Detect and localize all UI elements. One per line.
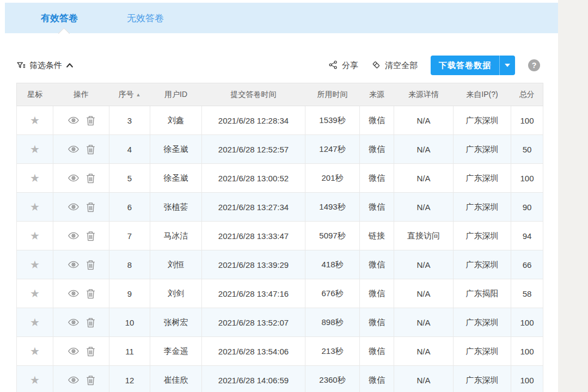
sequence-cell: 10 [109, 308, 150, 337]
table-row: ★8刘恒2021/6/28 13:39:29418秒微信N/A广东深圳66 [17, 250, 543, 279]
star-icon[interactable]: ★ [30, 374, 40, 386]
download-answers-button[interactable]: 下载答卷数据 [431, 56, 499, 75]
view-eye-icon[interactable] [68, 260, 79, 270]
source-cell: 微信 [360, 337, 394, 366]
ip-location-cell: 广东深圳 [454, 164, 511, 193]
view-eye-icon[interactable] [68, 317, 79, 327]
clear-all-label: 清空全部 [385, 60, 418, 71]
delete-trash-icon[interactable] [86, 202, 95, 212]
delete-trash-icon[interactable] [86, 375, 95, 385]
view-eye-icon[interactable] [68, 375, 79, 385]
sequence-cell: 11 [109, 337, 150, 366]
view-eye-icon[interactable] [68, 173, 79, 183]
sequence-cell: 12 [109, 366, 150, 392]
actions-cell [53, 337, 109, 366]
duration-cell: 898秒 [305, 308, 360, 337]
delete-trash-icon[interactable] [86, 317, 95, 328]
star-icon[interactable]: ★ [30, 201, 40, 213]
delete-trash-icon[interactable] [86, 115, 95, 126]
user-id-cell: 刘剑 [150, 279, 202, 308]
user-id-cell: 刘恒 [150, 250, 202, 279]
view-eye-icon[interactable] [68, 289, 79, 298]
filter-conditions-toggle[interactable]: 筛选条件 [16, 60, 74, 71]
star-icon[interactable]: ★ [30, 259, 40, 271]
score-cell: 100 [511, 366, 543, 392]
tab-valid-responses[interactable]: 有效答卷 [41, 12, 78, 24]
actions-cell [53, 366, 109, 392]
actions-cell [53, 193, 109, 222]
view-eye-icon[interactable] [68, 115, 79, 125]
share-button[interactable]: 分享 [328, 60, 358, 71]
star-icon[interactable]: ★ [30, 172, 40, 184]
star-cell: ★ [17, 308, 53, 337]
star-cell: ★ [17, 337, 53, 366]
table-row: ★6张植荟2021/6/28 13:27:341493秒微信N/A广东深圳90 [17, 193, 543, 222]
star-icon[interactable]: ★ [30, 230, 40, 242]
source-detail-cell: N/A [394, 250, 454, 279]
source-cell: 微信 [360, 366, 394, 392]
source-detail-cell: N/A [394, 164, 454, 193]
duration-cell: 418秒 [305, 250, 360, 279]
help-button[interactable]: ? [528, 59, 540, 71]
source-cell: 微信 [360, 308, 394, 337]
sequence-cell: 7 [109, 222, 150, 250]
user-id-cell: 徐圣崴 [150, 135, 202, 164]
submit-time-cell: 2021/6/28 13:54:06 [202, 337, 305, 366]
sequence-cell: 5 [109, 164, 150, 193]
star-icon[interactable]: ★ [30, 143, 40, 155]
responses-table: 星标操作序号▲用户ID提交答卷时间所用时间来源来源详情来自IP(?)总分 ★3刘… [16, 83, 543, 392]
ip-location-cell: 广东揭阳 [454, 279, 511, 308]
column-header-6: 来源 [360, 83, 394, 106]
delete-trash-icon[interactable] [86, 346, 95, 357]
submit-time-cell: 2021/6/28 13:47:16 [202, 279, 305, 308]
view-eye-icon[interactable] [68, 202, 79, 212]
table-row: ★3刘鑫2021/6/28 12:28:341539秒微信N/A广东深圳100 [17, 106, 543, 135]
column-header-5: 所用时间 [305, 83, 360, 106]
view-eye-icon[interactable] [68, 144, 79, 154]
source-cell: 微信 [360, 250, 394, 279]
table-row: ★9刘剑2021/6/28 13:47:16676秒微信N/A广东揭阳58 [17, 279, 543, 308]
delete-trash-icon[interactable] [86, 173, 95, 183]
user-id-cell: 崔佳欣 [150, 366, 202, 392]
column-header-2[interactable]: 序号▲ [109, 83, 150, 106]
source-detail-cell: N/A [394, 106, 454, 135]
ip-location-cell: 广东深圳 [454, 366, 511, 392]
clear-all-button[interactable]: 清空全部 [371, 60, 418, 71]
delete-trash-icon[interactable] [86, 289, 95, 299]
delete-trash-icon[interactable] [86, 144, 95, 155]
sequence-cell: 4 [109, 135, 150, 164]
actions-cell [53, 279, 109, 308]
star-cell: ★ [17, 366, 53, 392]
star-cell: ★ [17, 222, 53, 250]
share-label: 分享 [342, 60, 358, 71]
view-eye-icon[interactable] [68, 231, 79, 241]
delete-trash-icon[interactable] [86, 260, 95, 270]
duration-cell: 5097秒 [305, 222, 360, 250]
star-icon[interactable]: ★ [30, 316, 40, 328]
user-id-cell: 李金遥 [150, 337, 202, 366]
source-detail-cell: N/A [394, 193, 454, 222]
submit-time-cell: 2021/6/28 12:28:34 [202, 106, 305, 135]
score-cell: 94 [511, 222, 543, 250]
star-icon[interactable]: ★ [30, 345, 40, 357]
column-header-0: 星标 [17, 83, 53, 106]
source-cell: 微信 [360, 164, 394, 193]
ip-location-cell: 广东深圳 [454, 308, 511, 337]
source-detail-cell: N/A [394, 366, 454, 392]
source-cell: 微信 [360, 106, 394, 135]
tab-invalid-responses[interactable]: 无效答卷 [127, 12, 164, 24]
star-icon[interactable]: ★ [30, 287, 40, 299]
column-header-4: 提交答卷时间 [202, 83, 305, 106]
submit-time-cell: 2021/6/28 13:33:47 [202, 222, 305, 250]
download-dropdown-toggle[interactable] [499, 56, 515, 75]
delete-trash-icon[interactable] [86, 231, 95, 241]
table-row: ★12崔佳欣2021/6/28 14:06:592360秒微信N/A广东深圳10… [17, 366, 543, 392]
score-cell: 100 [511, 106, 543, 135]
view-eye-icon[interactable] [68, 346, 79, 356]
user-id-cell: 张树宏 [150, 308, 202, 337]
share-icon [328, 60, 338, 71]
duration-cell: 2360秒 [305, 366, 360, 392]
star-icon[interactable]: ★ [30, 114, 40, 126]
score-cell: 100 [511, 164, 543, 193]
user-id-cell: 徐圣崴 [150, 164, 202, 193]
